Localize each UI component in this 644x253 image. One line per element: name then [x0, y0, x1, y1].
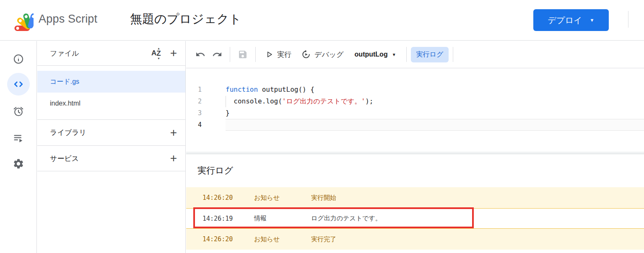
files-panel-header: ファイル A▲Z▼ +: [37, 41, 185, 66]
files-panel: ファイル A▲Z▼ + コード.gs index.html ライブラリ + サー…: [37, 41, 186, 253]
apps-script-window: Apps Script 無題のプロジェクト デプロイ ▼: [0, 0, 644, 253]
log-message: 実行完了: [311, 235, 336, 243]
sort-files-icon[interactable]: A▲Z▼: [151, 47, 161, 60]
line-number: 1: [186, 84, 202, 96]
code-line-3: 3 }: [186, 107, 644, 119]
code-text: function outputLog() {: [202, 84, 314, 96]
apps-script-logo-icon: [12, 9, 34, 31]
run-play-icon: [265, 50, 273, 59]
file-name: index.html: [50, 100, 80, 107]
overview-info-icon[interactable]: [7, 48, 30, 70]
run-label: 実行: [277, 50, 291, 59]
toolbar-divider: [406, 47, 407, 62]
log-level: お知らせ: [254, 194, 311, 202]
services-label: サービス: [50, 154, 170, 163]
run-button[interactable]: 実行: [260, 47, 296, 62]
line-number: 2: [186, 96, 202, 107]
execution-log-toggle-label: 実行ログ: [416, 51, 444, 58]
log-message: ログ出力のテストです。: [311, 214, 382, 222]
debug-icon: [301, 50, 311, 59]
code-text: console.log('ログ出力のテストです。');: [202, 96, 373, 107]
debug-label: デバッグ: [314, 50, 344, 59]
undo-icon[interactable]: [192, 46, 209, 63]
file-item-code-gs[interactable]: コード.gs: [37, 71, 185, 93]
project-title[interactable]: 無題のプロジェクト: [130, 11, 242, 28]
log-time: 14:26:19: [203, 215, 254, 222]
execution-log-title: 実行ログ: [186, 154, 644, 187]
file-list-spacer: [37, 114, 185, 119]
services-section: サービス +: [37, 145, 185, 171]
file-item-index-html[interactable]: index.html: [37, 93, 185, 114]
deploy-button[interactable]: デプロイ ▼: [533, 9, 609, 31]
editor-code-icon[interactable]: [7, 73, 30, 96]
debug-button[interactable]: デバッグ: [296, 47, 349, 62]
editor-toolbar: 実行 デバッグ outputLog ▼ 実行ログ: [186, 41, 644, 68]
log-level: お知らせ: [254, 235, 311, 243]
log-message: 実行開始: [311, 194, 336, 202]
code-text: [202, 119, 226, 131]
log-row-info: 14:26:19 情報 ログ出力のテストです。: [186, 208, 644, 229]
add-library-icon[interactable]: +: [170, 127, 177, 139]
files-panel-title: ファイル: [50, 49, 151, 58]
toolbar-divider: [453, 47, 453, 62]
toolbar-divider: [230, 47, 230, 62]
deploy-button-label: デプロイ: [548, 15, 582, 26]
log-row-start: 14:26:20 お知らせ 実行開始: [186, 187, 644, 208]
log-row-complete: 14:26:20 お知らせ 実行完了: [186, 229, 644, 250]
brand-name: Apps Script: [39, 13, 97, 26]
settings-gear-icon[interactable]: [7, 152, 30, 175]
code-line-1: 1 function outputLog() {: [186, 84, 644, 96]
function-selector-caret-icon: ▼: [392, 52, 396, 57]
file-list: コード.gs index.html: [37, 66, 185, 119]
triggers-clock-icon[interactable]: [7, 100, 30, 123]
selected-function-name: outputLog: [355, 51, 388, 58]
code-line-4: 4: [186, 119, 644, 131]
libraries-label: ライブラリ: [50, 128, 170, 137]
add-file-icon[interactable]: +: [170, 47, 177, 59]
code-line-2: 2 console.log('ログ出力のテストです。');: [186, 96, 644, 107]
libraries-section: ライブラリ +: [37, 119, 185, 145]
deploy-caret-icon: ▼: [589, 18, 594, 23]
line-number: 3: [186, 107, 202, 119]
header-divider: [628, 11, 628, 28]
log-time: 14:26:20: [203, 235, 254, 243]
app-header: Apps Script 無題のプロジェクト デプロイ ▼: [0, 0, 644, 41]
add-service-icon[interactable]: +: [170, 152, 177, 164]
log-level: 情報: [254, 214, 311, 222]
log-time: 14:26:20: [203, 194, 254, 201]
left-icon-rail: [0, 41, 37, 253]
execution-log-toggle[interactable]: 実行ログ: [411, 47, 449, 62]
code-editor[interactable]: 1 function outputLog() { 2 console.log('…: [186, 68, 644, 154]
file-name: コード.gs: [50, 77, 79, 86]
executions-list-icon[interactable]: [7, 127, 30, 150]
toolbar-divider: [255, 47, 256, 62]
main-area: 実行 デバッグ outputLog ▼ 実行ログ: [186, 41, 644, 253]
execution-log-panel: 実行ログ 14:26:20 お知らせ 実行開始 14:26:19 情報 ログ出力…: [186, 154, 644, 253]
function-selector-dropdown[interactable]: outputLog ▼: [349, 48, 402, 61]
redo-icon[interactable]: [209, 46, 226, 63]
save-icon-disabled[interactable]: [234, 46, 251, 63]
code-text: }: [202, 107, 230, 119]
line-number-active: 4: [186, 119, 202, 131]
